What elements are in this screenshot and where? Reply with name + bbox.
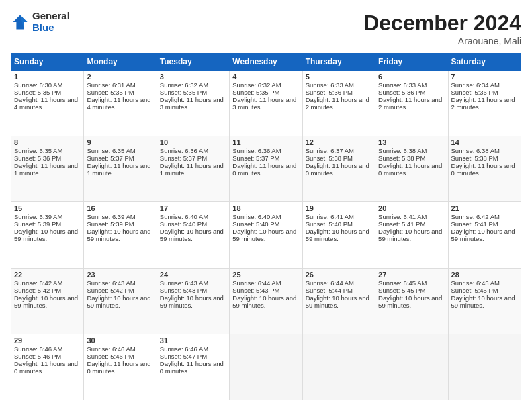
- header-thursday: Thursday: [302, 54, 375, 71]
- day-number: 14: [451, 138, 518, 146]
- table-row: 8 Sunrise: 6:35 AM Sunset: 5:36 PM Dayli…: [11, 136, 84, 202]
- day-number: 11: [232, 138, 299, 146]
- day-number: 13: [378, 138, 445, 146]
- day-number: 6: [378, 73, 445, 81]
- daylight-text: Daylight: 11 hours and 0 minutes.: [378, 162, 442, 177]
- day-number: 4: [232, 73, 299, 81]
- calendar-week-row: 15 Sunrise: 6:39 AM Sunset: 5:39 PM Dayl…: [11, 202, 521, 268]
- sunset-text: Sunset: 5:40 PM: [306, 220, 353, 228]
- sunrise-text: Sunrise: 6:40 AM: [232, 213, 281, 220]
- sunrise-text: Sunrise: 6:33 AM: [306, 81, 354, 89]
- day-number: 23: [87, 271, 153, 279]
- sunset-text: Sunset: 5:38 PM: [306, 154, 353, 162]
- table-row: [302, 334, 375, 400]
- daylight-text: Daylight: 11 hours and 0 minutes.: [306, 162, 369, 177]
- day-number: 12: [306, 138, 372, 146]
- sunset-text: Sunset: 5:37 PM: [160, 154, 207, 162]
- location-subtitle: Araouane, Mali: [363, 36, 521, 46]
- table-row: 10 Sunrise: 6:36 AM Sunset: 5:37 PM Dayl…: [157, 136, 229, 202]
- table-row: 18 Sunrise: 6:40 AM Sunset: 5:40 PM Dayl…: [230, 202, 302, 268]
- sunset-text: Sunset: 5:41 PM: [378, 220, 425, 228]
- daylight-text: Daylight: 11 hours and 3 minutes.: [232, 96, 296, 111]
- table-row: 27 Sunrise: 6:45 AM Sunset: 5:45 PM Dayl…: [375, 268, 448, 334]
- sunset-text: Sunset: 5:41 PM: [451, 220, 498, 228]
- title-block: December 2024 Araouane, Mali: [363, 11, 521, 46]
- sunrise-text: Sunrise: 6:44 AM: [306, 279, 354, 287]
- day-number: 22: [14, 271, 81, 279]
- daylight-text: Daylight: 10 hours and 59 minutes.: [306, 228, 369, 242]
- sunrise-text: Sunrise: 6:38 AM: [451, 147, 500, 154]
- sunrise-text: Sunrise: 6:45 AM: [451, 279, 500, 287]
- day-number: 7: [451, 73, 518, 81]
- sunrise-text: Sunrise: 6:45 AM: [378, 279, 427, 287]
- sunrise-text: Sunrise: 6:46 AM: [87, 345, 135, 353]
- sunrise-text: Sunrise: 6:33 AM: [378, 81, 427, 89]
- daylight-text: Daylight: 11 hours and 0 minutes.: [87, 360, 150, 375]
- calendar-header-row: Sunday Monday Tuesday Wednesday Thursday…: [11, 54, 521, 71]
- daylight-text: Daylight: 11 hours and 2 minutes.: [306, 96, 369, 111]
- sunset-text: Sunset: 5:47 PM: [160, 353, 207, 360]
- sunset-text: Sunset: 5:38 PM: [378, 154, 425, 162]
- sunset-text: Sunset: 5:38 PM: [451, 154, 498, 162]
- sunrise-text: Sunrise: 6:39 AM: [14, 213, 62, 220]
- daylight-text: Daylight: 11 hours and 3 minutes.: [160, 96, 224, 111]
- page: General Blue December 2024 Araouane, Mal…: [0, 0, 532, 411]
- sunrise-text: Sunrise: 6:34 AM: [451, 81, 500, 89]
- logo-icon: [11, 13, 30, 32]
- daylight-text: Daylight: 11 hours and 0 minutes.: [14, 360, 78, 375]
- day-number: 31: [160, 336, 226, 345]
- day-number: 15: [14, 204, 81, 212]
- day-number: 21: [451, 204, 518, 212]
- table-row: [375, 334, 448, 400]
- sunset-text: Sunset: 5:37 PM: [87, 154, 134, 162]
- day-number: 30: [87, 336, 153, 345]
- daylight-text: Daylight: 11 hours and 0 minutes.: [451, 162, 515, 177]
- table-row: 17 Sunrise: 6:40 AM Sunset: 5:40 PM Dayl…: [157, 202, 229, 268]
- header-tuesday: Tuesday: [157, 54, 229, 71]
- table-row: 14 Sunrise: 6:38 AM Sunset: 5:38 PM Dayl…: [448, 136, 521, 202]
- day-number: 5: [306, 73, 372, 81]
- sunset-text: Sunset: 5:43 PM: [232, 287, 279, 294]
- table-row: 30 Sunrise: 6:46 AM Sunset: 5:46 PM Dayl…: [84, 334, 157, 400]
- sunset-text: Sunset: 5:44 PM: [306, 287, 353, 294]
- sunset-text: Sunset: 5:46 PM: [87, 353, 134, 360]
- day-number: 3: [160, 73, 226, 81]
- table-row: 5 Sunrise: 6:33 AM Sunset: 5:36 PM Dayli…: [302, 71, 375, 136]
- logo-blue: Blue: [32, 22, 70, 34]
- calendar-week-row: 29 Sunrise: 6:46 AM Sunset: 5:46 PM Dayl…: [11, 334, 521, 400]
- day-number: 16: [87, 204, 153, 212]
- daylight-text: Daylight: 10 hours and 59 minutes.: [451, 294, 515, 309]
- sunrise-text: Sunrise: 6:44 AM: [232, 279, 281, 287]
- table-row: 26 Sunrise: 6:44 AM Sunset: 5:44 PM Dayl…: [302, 268, 375, 334]
- sunrise-text: Sunrise: 6:38 AM: [378, 147, 427, 154]
- calendar-week-row: 1 Sunrise: 6:30 AM Sunset: 5:35 PM Dayli…: [11, 71, 521, 136]
- day-number: 28: [451, 271, 518, 279]
- table-row: 16 Sunrise: 6:39 AM Sunset: 5:39 PM Dayl…: [84, 202, 157, 268]
- sunrise-text: Sunrise: 6:41 AM: [378, 213, 427, 220]
- sunset-text: Sunset: 5:39 PM: [87, 220, 134, 228]
- sunset-text: Sunset: 5:39 PM: [14, 220, 61, 228]
- daylight-text: Daylight: 10 hours and 59 minutes.: [160, 228, 224, 242]
- sunrise-text: Sunrise: 6:36 AM: [160, 147, 208, 154]
- header-friday: Friday: [375, 54, 448, 71]
- sunrise-text: Sunrise: 6:43 AM: [87, 279, 135, 287]
- table-row: [230, 334, 302, 400]
- calendar-week-row: 22 Sunrise: 6:42 AM Sunset: 5:42 PM Dayl…: [11, 268, 521, 334]
- table-row: 25 Sunrise: 6:44 AM Sunset: 5:43 PM Dayl…: [230, 268, 302, 334]
- table-row: 24 Sunrise: 6:43 AM Sunset: 5:43 PM Dayl…: [157, 268, 229, 334]
- sunset-text: Sunset: 5:40 PM: [232, 220, 279, 228]
- daylight-text: Daylight: 10 hours and 59 minutes.: [232, 294, 296, 309]
- calendar-table: Sunday Monday Tuesday Wednesday Thursday…: [11, 53, 521, 400]
- logo: General Blue: [11, 11, 70, 33]
- sunrise-text: Sunrise: 6:32 AM: [160, 81, 208, 89]
- sunrise-text: Sunrise: 6:30 AM: [14, 81, 62, 89]
- table-row: 22 Sunrise: 6:42 AM Sunset: 5:42 PM Dayl…: [11, 268, 84, 334]
- daylight-text: Daylight: 10 hours and 59 minutes.: [378, 228, 442, 242]
- sunset-text: Sunset: 5:45 PM: [378, 287, 425, 294]
- daylight-text: Daylight: 11 hours and 2 minutes.: [378, 96, 442, 111]
- sunset-text: Sunset: 5:35 PM: [232, 89, 279, 96]
- sunrise-text: Sunrise: 6:31 AM: [87, 81, 135, 89]
- sunrise-text: Sunrise: 6:41 AM: [306, 213, 354, 220]
- daylight-text: Daylight: 11 hours and 2 minutes.: [451, 96, 515, 111]
- sunset-text: Sunset: 5:45 PM: [451, 287, 498, 294]
